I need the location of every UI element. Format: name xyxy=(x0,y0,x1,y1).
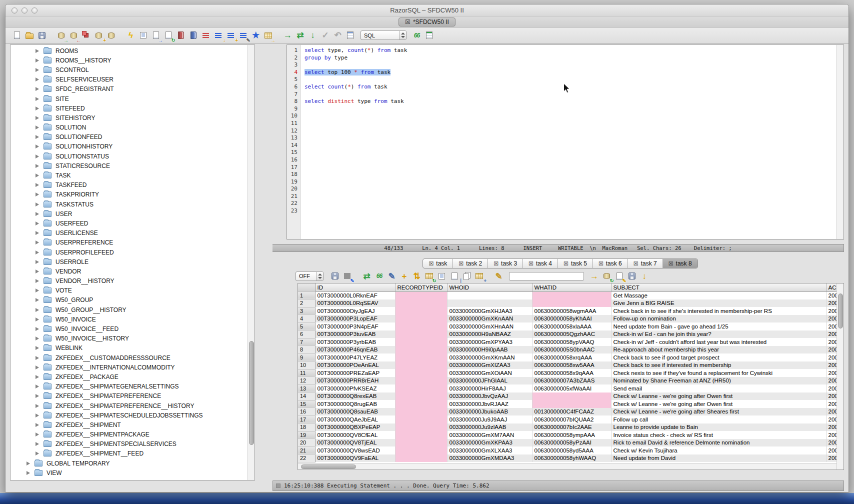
form-view-icon[interactable]: | xyxy=(448,270,460,282)
format-sql-icon[interactable]: ↓ xyxy=(212,29,224,42)
disclosure-triangle-icon[interactable] xyxy=(36,116,39,120)
result-tab[interactable]: ☒task 8 xyxy=(663,259,698,268)
cell-ac[interactable]: 200 xyxy=(826,338,837,346)
cell-recordtypeid[interactable] xyxy=(395,330,447,338)
cell-recordtypeid[interactable] xyxy=(395,408,447,416)
tree-item[interactable]: USERFEED xyxy=(10,218,254,228)
cell-recordtypeid[interactable] xyxy=(395,322,447,330)
disclosure-triangle-icon[interactable] xyxy=(36,394,39,398)
tree-item[interactable]: SITEFEED xyxy=(10,104,254,113)
cell-whoid[interactable]: 0033000000GmXPYAA3 xyxy=(447,338,532,346)
tree-item[interactable]: ZKFEDEX__PACKAGE xyxy=(10,372,254,382)
cell-subject[interactable]: Check-in w/ Ed - can he join this year? xyxy=(611,330,826,338)
disclosure-triangle-icon[interactable] xyxy=(26,462,30,466)
cell-whoid[interactable]: 0033000000GmXMDAA3 xyxy=(447,454,532,462)
column-header-subject[interactable]: SUBJECT xyxy=(611,284,826,292)
close-icon[interactable]: ☒ xyxy=(564,261,568,266)
new-database-icon[interactable]: + xyxy=(93,29,104,42)
disclosure-triangle-icon[interactable] xyxy=(36,346,39,350)
editor-line[interactable]: 2group by type xyxy=(287,54,844,62)
tree-item[interactable]: USERPROFILEFEED xyxy=(10,248,254,257)
disclosure-triangle-icon[interactable] xyxy=(36,240,39,244)
results-search-input[interactable] xyxy=(509,272,584,280)
cell-whatid[interactable]: 006300000058yd5AAA xyxy=(532,446,611,454)
tree-item[interactable]: USERLICENSE xyxy=(10,228,254,238)
cell-recordtypeid[interactable] xyxy=(395,439,447,447)
disclosure-triangle-icon[interactable] xyxy=(36,279,39,283)
cell-id[interactable]: 00T3000000P3tuvEAB xyxy=(315,330,395,338)
disclosure-triangle-icon[interactable] xyxy=(36,432,39,436)
table-vscrollbar-thumb[interactable] xyxy=(838,294,843,328)
tree-item[interactable]: ROOMS__HISTORY xyxy=(10,56,254,65)
editor-line[interactable]: 1select type, count(*) from task xyxy=(287,47,844,54)
table-row[interactable]: 200T3000000L0RqSEAVGive Jenn a BIG RAISE… xyxy=(298,300,837,308)
cell-subject[interactable]: Check w/ Leanne - we're going after Owen… xyxy=(611,400,826,408)
disclosure-triangle-icon[interactable] xyxy=(36,135,39,139)
cell-id[interactable]: 00T3000000Q8sauEAB xyxy=(315,408,395,416)
cell-subject[interactable]: Get Massage xyxy=(611,292,826,300)
fetch-more-icon[interactable]: ↓ xyxy=(307,29,318,42)
cell-ac[interactable]: 200 xyxy=(826,408,837,416)
table-row[interactable]: 100T3000000L0RknEAFGet Massage200 xyxy=(298,292,837,300)
close-icon[interactable]: ☒ xyxy=(458,261,464,266)
tree-item[interactable]: ZKFEDEX__SHIPMENT xyxy=(10,420,254,430)
cell-subject[interactable]: Check w/ Kevin Tsujihara xyxy=(611,446,826,454)
cell-whoid[interactable]: 0033000000JFhGlAAL xyxy=(447,377,532,385)
table-row[interactable]: 1100T3000000PREZaEAP0033000000GmXOiAAN00… xyxy=(298,369,837,377)
cell-whatid[interactable]: 006300000058xrqAAA xyxy=(532,354,611,362)
disclosure-triangle-icon[interactable] xyxy=(26,471,30,475)
cell-ac[interactable]: 200 xyxy=(826,392,837,400)
cell-whatid[interactable] xyxy=(532,392,611,400)
cell-whoid[interactable]: 0033000000GmXOiAAN xyxy=(447,369,532,377)
table-row[interactable]: 1200T3000000PRR8rEAH0033000000JFhGlAAL00… xyxy=(298,377,837,385)
cell-recordtypeid[interactable] xyxy=(395,416,447,424)
close-tab-icon[interactable]: ☒ xyxy=(405,19,410,25)
close-button[interactable] xyxy=(12,8,18,14)
view-data-icon[interactable]: 66 xyxy=(374,270,385,282)
cell-ac[interactable]: 200 xyxy=(826,354,837,362)
database-book-icon[interactable] xyxy=(175,29,186,42)
cell-recordtypeid[interactable] xyxy=(395,392,447,400)
sort-rows-icon[interactable]: ⇅ xyxy=(411,270,422,282)
cell-id[interactable]: 00T3000000P46qnEAB xyxy=(315,346,395,354)
cell-recordtypeid[interactable] xyxy=(395,307,447,315)
tree-item[interactable]: SITEHISTORY xyxy=(10,113,254,122)
database-icon[interactable] xyxy=(106,29,117,42)
cell-ac[interactable]: 200 xyxy=(826,454,837,462)
editor-line[interactable]: 12 xyxy=(287,128,844,135)
table-row[interactable]: 700T3000000P3yrbEAB0033000000GmXPYAA3006… xyxy=(298,338,837,346)
cell-id[interactable]: 00T3000000QV9FaEAL xyxy=(315,454,395,462)
sql-editor[interactable]: 1select type, count(*) from task2group b… xyxy=(286,44,844,240)
tree-item[interactable]: VENDOR__HISTORY xyxy=(10,276,254,286)
disclosure-triangle-icon[interactable] xyxy=(36,222,39,226)
cell-subject[interactable]: Need update from David xyxy=(611,454,826,462)
cell-id[interactable]: 00T3000000QAeJbEAL xyxy=(315,416,395,424)
view-results-icon[interactable]: 66 xyxy=(411,29,422,42)
table-hscrollbar-thumb[interactable] xyxy=(301,464,356,469)
tree-item[interactable]: TASKSTATUS xyxy=(10,200,254,209)
connect-icon[interactable]: → xyxy=(56,29,67,42)
results-mode-select[interactable]: OFF xyxy=(296,272,324,281)
cell-ac[interactable]: 200 xyxy=(826,439,837,447)
cell-ac[interactable]: 200 xyxy=(826,424,837,432)
save-data-icon[interactable] xyxy=(626,270,638,282)
tree-item[interactable]: W50_INVOICE__FEED xyxy=(10,324,254,334)
options-checklist-icon[interactable] xyxy=(138,29,149,42)
filter-results-icon[interactable]: ✎ xyxy=(342,270,353,282)
result-tab[interactable]: ☒task 6 xyxy=(593,259,628,268)
table-row[interactable]: 2100T3000000QV8wsEAD0033000000GmXLXAA300… xyxy=(298,446,837,454)
cell-whatid[interactable] xyxy=(532,300,611,308)
copy-table-icon[interactable] xyxy=(80,29,92,42)
tree-item[interactable]: USERROLE xyxy=(10,257,254,266)
disclosure-triangle-icon[interactable] xyxy=(36,404,39,408)
disclosure-triangle-icon[interactable] xyxy=(36,318,39,322)
edit-sql-icon[interactable]: ✎ xyxy=(238,29,249,42)
cell-whoid[interactable]: 0033000000JbukoAAB xyxy=(447,408,532,416)
column-header-id[interactable]: ID xyxy=(315,284,395,292)
table-vscrollbar[interactable] xyxy=(836,284,844,470)
cell-recordtypeid[interactable] xyxy=(395,446,447,454)
commit-check-icon[interactable]: ✓ xyxy=(320,29,331,42)
disconnect-icon[interactable]: ← xyxy=(68,29,80,42)
cell-ac[interactable]: 200 xyxy=(826,384,837,392)
find-next-icon[interactable]: → xyxy=(588,270,600,282)
